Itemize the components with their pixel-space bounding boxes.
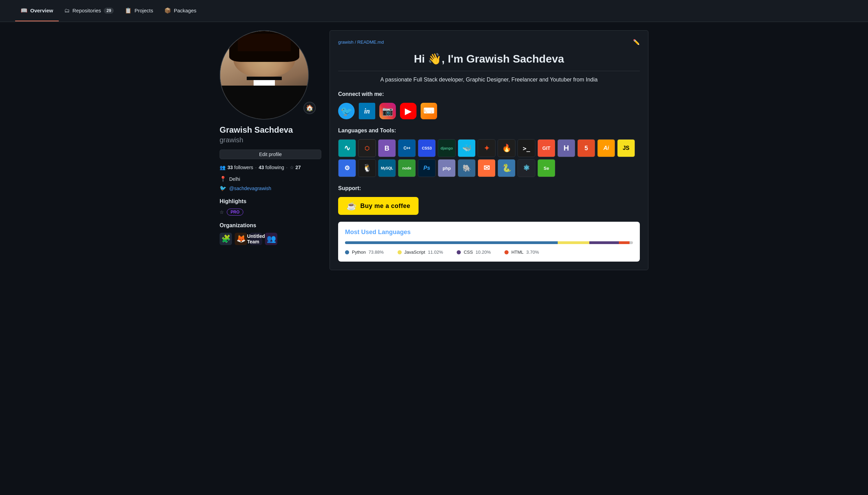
main-layout: 🏠 Grawish Sachdeva grawish Edit profile …: [214, 22, 654, 278]
tool-photoshop[interactable]: Ps: [418, 159, 436, 177]
twitter-link[interactable]: @sachdevagrawish: [229, 186, 271, 191]
avatar: [220, 30, 309, 120]
pro-badge: PRO: [227, 209, 243, 216]
tool-css3[interactable]: CSS3: [418, 139, 436, 157]
edit-profile-button[interactable]: Edit profile: [220, 150, 321, 159]
tool-linux[interactable]: 🐧: [358, 159, 376, 177]
location-text: Delhi: [229, 176, 240, 182]
tab-projects[interactable]: 📋 Projects: [119, 0, 158, 21]
repo-badge: 29: [104, 8, 114, 14]
top-navigation: 📖 Overview 🗂 Repositories 29 📋 Projects …: [0, 0, 868, 22]
main-content: grawish / README.md ✏️ Hi 👋, I'm Grawish…: [330, 30, 648, 270]
tool-docker[interactable]: 🐳: [458, 139, 476, 157]
package-icon: 📦: [164, 7, 171, 14]
twitter-meta-icon: 🐦: [220, 185, 226, 191]
tab-repositories[interactable]: 🗂 Repositories 29: [59, 0, 120, 21]
tool-figma[interactable]: ✦: [478, 139, 496, 157]
instagram-social-icon[interactable]: 📷: [379, 103, 396, 119]
readme-title: Hi 👋, I'm Grawish Sachdeva: [338, 52, 640, 71]
readme-path: grawish / README.md: [338, 40, 384, 45]
avatar-status-badge: 🏠: [303, 102, 316, 114]
html-dot: [504, 250, 509, 254]
tool-postgresql[interactable]: 🐘: [458, 159, 476, 177]
location-icon: 📍: [220, 176, 226, 182]
star-icon: ☆: [290, 165, 294, 170]
org-avatar-3[interactable]: Untitled Team: [250, 233, 262, 245]
project-icon: 📋: [125, 7, 132, 14]
location-item: 📍 Delhi: [220, 176, 321, 182]
social-icons-row: 🐦 in 📷 ▶ ⌨: [338, 103, 640, 119]
tool-postman[interactable]: ✉: [478, 159, 496, 177]
tab-packages[interactable]: 📦 Packages: [159, 0, 202, 21]
readme-card: grawish / README.md ✏️ Hi 👋, I'm Grawish…: [330, 30, 648, 270]
lang-html: HTML 3.70%: [504, 250, 539, 255]
org-avatar-2[interactable]: 🦊: [235, 233, 247, 245]
pro-badge-label: PRO: [231, 210, 240, 214]
tool-react[interactable]: ⚛: [518, 159, 535, 177]
tool-mysql[interactable]: MySQL: [378, 159, 396, 177]
javascript-label: JavaScript: [404, 250, 425, 255]
html-label: HTML: [511, 250, 523, 255]
tools-label: Languages and Tools:: [338, 128, 640, 134]
tool-git[interactable]: GIT: [537, 139, 555, 157]
languages-bar: [345, 241, 633, 244]
followers-stat[interactable]: 33 followers: [227, 165, 253, 170]
tool-heroku[interactable]: H: [557, 139, 575, 157]
languages-card-title: Most Used Languages: [345, 229, 633, 236]
organizations-list: 🧩 🦊 Untitled Team 👥: [220, 233, 321, 245]
languages-list: Python 73.88% JavaScript 11.02% CSS 10.2…: [345, 250, 633, 255]
python-dot: [345, 250, 349, 254]
tool-sketch[interactable]: ⬡: [358, 139, 376, 157]
bmc-label: Buy me a coffee: [360, 202, 411, 210]
tool-php[interactable]: php: [438, 159, 456, 177]
tool-kubernetes[interactable]: ⚙: [338, 159, 356, 177]
tool-python[interactable]: 🐍: [498, 159, 515, 177]
readme-subtitle: A passionate Full Stack developer, Graph…: [338, 77, 640, 83]
buy-me-coffee-button[interactable]: ☕ Buy me a coffee: [338, 197, 419, 215]
readme-header: grawish / README.md ✏️: [338, 39, 640, 45]
nav-tabs: 📖 Overview 🗂 Repositories 29 📋 Projects …: [15, 0, 202, 21]
tab-projects-label: Projects: [134, 8, 153, 13]
tool-illustrator[interactable]: Ai: [597, 139, 615, 157]
org-avatar-1[interactable]: 🧩: [220, 233, 232, 245]
people-icon: 👥: [220, 165, 225, 170]
tool-django[interactable]: django: [438, 139, 456, 157]
repo-icon: 🗂: [64, 8, 70, 14]
linkedin-social-icon[interactable]: in: [359, 103, 375, 119]
tool-selenium[interactable]: Se: [537, 159, 555, 177]
readme-edit-icon[interactable]: ✏️: [633, 39, 640, 45]
tool-html5[interactable]: 5: [577, 139, 595, 157]
tab-packages-label: Packages: [174, 8, 197, 13]
leetcode-social-icon[interactable]: ⌨: [421, 103, 437, 119]
lang-css: CSS 10.20%: [457, 250, 491, 255]
book-icon: 📖: [21, 7, 27, 14]
connect-label: Connect with me:: [338, 91, 640, 97]
tool-bootstrap[interactable]: B: [378, 139, 396, 157]
tab-overview[interactable]: 📖 Overview: [15, 0, 59, 21]
tool-firebase[interactable]: 🔥: [498, 139, 515, 157]
following-count: 43: [259, 165, 264, 170]
python-label: Python: [352, 250, 366, 255]
followers-label: followers: [234, 165, 253, 170]
tool-cpp[interactable]: C++: [398, 139, 416, 157]
following-stat[interactable]: 43 following: [259, 165, 284, 170]
css-dot: [457, 250, 461, 254]
lang-javascript: JavaScript 11.02%: [398, 250, 443, 255]
css-bar: [589, 241, 619, 244]
org-avatar-4[interactable]: 👥: [265, 233, 277, 245]
youtube-social-icon[interactable]: ▶: [400, 103, 416, 119]
following-label: following: [265, 165, 284, 170]
languages-card: Most Used Languages Python 73.88%: [338, 222, 640, 262]
tool-nodejs[interactable]: node: [398, 159, 416, 177]
stars-count: 27: [296, 165, 301, 170]
html-bar: [619, 241, 630, 244]
tool-javascript[interactable]: JS: [617, 139, 635, 157]
twitter-social-icon[interactable]: 🐦: [338, 103, 355, 119]
lang-python: Python 73.88%: [345, 250, 384, 255]
tool-arduino[interactable]: ∿: [338, 139, 356, 157]
highlight-star-icon: ☆: [220, 209, 224, 215]
tool-bash[interactable]: >_: [518, 139, 535, 157]
profile-display-name: Grawish Sachdeva: [220, 125, 321, 135]
support-label: Support:: [338, 185, 640, 191]
css-percent: 10.20%: [476, 250, 491, 255]
